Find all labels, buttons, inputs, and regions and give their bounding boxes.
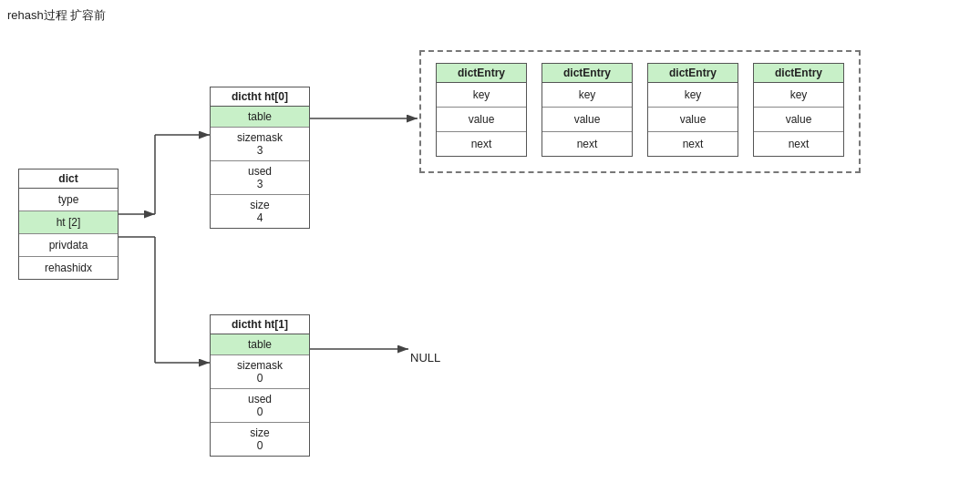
dictentry-3: dictEntry key value next bbox=[753, 63, 844, 157]
dictentry-2: dictEntry key value next bbox=[647, 63, 738, 157]
dictht1-box: dictht ht[1] table sizemask0 used0 size0 bbox=[210, 314, 310, 457]
dictht1-size: size0 bbox=[211, 423, 309, 456]
dictht1-table: table bbox=[211, 334, 309, 355]
dictentry-3-key: key bbox=[754, 83, 843, 108]
dictht0-size: size4 bbox=[211, 195, 309, 228]
page-title: rehash过程 扩容前 bbox=[7, 7, 106, 24]
dictht1-used: used0 bbox=[211, 389, 309, 423]
dictht1-title: dictht ht[1] bbox=[211, 315, 309, 334]
dictentry-1-title: dictEntry bbox=[542, 64, 632, 83]
null-label: NULL bbox=[410, 351, 440, 365]
dictentry-2-next: next bbox=[648, 132, 738, 156]
dictentry-2-title: dictEntry bbox=[648, 64, 738, 83]
dict-field-privdata: privdata bbox=[19, 234, 118, 257]
dictentry-1: dictEntry key value next bbox=[542, 63, 633, 157]
dictht0-sizemask: sizemask3 bbox=[211, 128, 309, 161]
dictentry-2-value: value bbox=[648, 108, 738, 132]
dict-box-title: dict bbox=[19, 169, 118, 189]
dictentry-3-next: next bbox=[754, 132, 843, 156]
dictentry-0-key: key bbox=[437, 83, 526, 108]
dictentry-1-key: key bbox=[542, 83, 632, 108]
dictentry-0-title: dictEntry bbox=[437, 64, 526, 83]
dictht0-box: dictht ht[0] table sizemask3 used3 size4 bbox=[210, 87, 310, 229]
dictentry-0-next: next bbox=[437, 132, 526, 156]
dictht0-title: dictht ht[0] bbox=[211, 87, 309, 107]
dict-field-ht: ht [2] bbox=[19, 211, 118, 234]
dictht0-table: table bbox=[211, 107, 309, 128]
dictentry-1-next: next bbox=[542, 132, 632, 156]
dict-box: dict type ht [2] privdata rehashidx bbox=[18, 169, 119, 280]
dict-field-type: type bbox=[19, 189, 118, 211]
dictentry-1-value: value bbox=[542, 108, 632, 132]
dictentry-0: dictEntry key value next bbox=[436, 63, 527, 157]
dict-field-rehashidx: rehashidx bbox=[19, 257, 118, 279]
dictentry-2-key: key bbox=[648, 83, 738, 108]
dictht1-sizemask: sizemask0 bbox=[211, 355, 309, 389]
dictht0-used: used3 bbox=[211, 161, 309, 195]
dictentry-group: dictEntry key value next dictEntry key v… bbox=[419, 50, 861, 173]
dictentry-3-value: value bbox=[754, 108, 843, 132]
dictentry-0-value: value bbox=[437, 108, 526, 132]
dictentry-3-title: dictEntry bbox=[754, 64, 843, 83]
